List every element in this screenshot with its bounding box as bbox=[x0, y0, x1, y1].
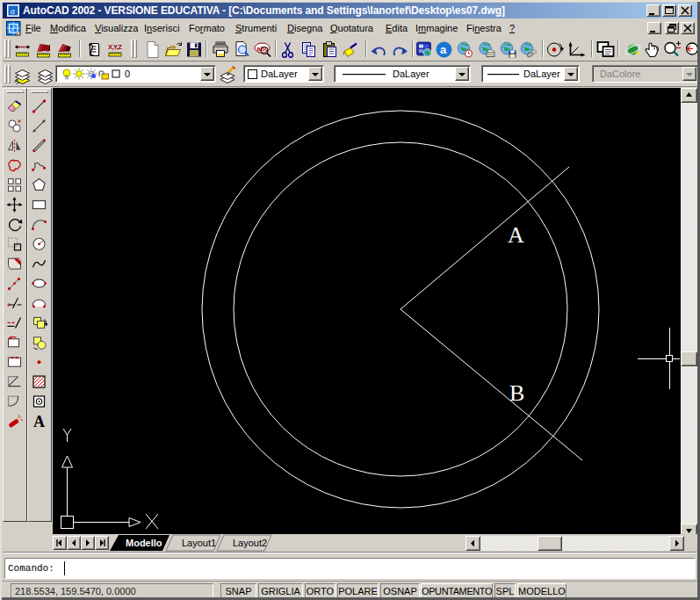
svg-text:Layout1: Layout1 bbox=[182, 538, 216, 548]
svg-text:Modello: Modello bbox=[126, 538, 162, 548]
svg-text:A: A bbox=[508, 222, 524, 248]
svg-text:X,Y,Z: X,Y,Z bbox=[108, 43, 122, 51]
svg-text:a: a bbox=[11, 5, 16, 16]
svg-text:B: B bbox=[509, 380, 524, 406]
svg-text:A: A bbox=[33, 413, 45, 430]
svg-text:Layout2: Layout2 bbox=[233, 538, 267, 548]
svg-text:a: a bbox=[440, 43, 447, 56]
